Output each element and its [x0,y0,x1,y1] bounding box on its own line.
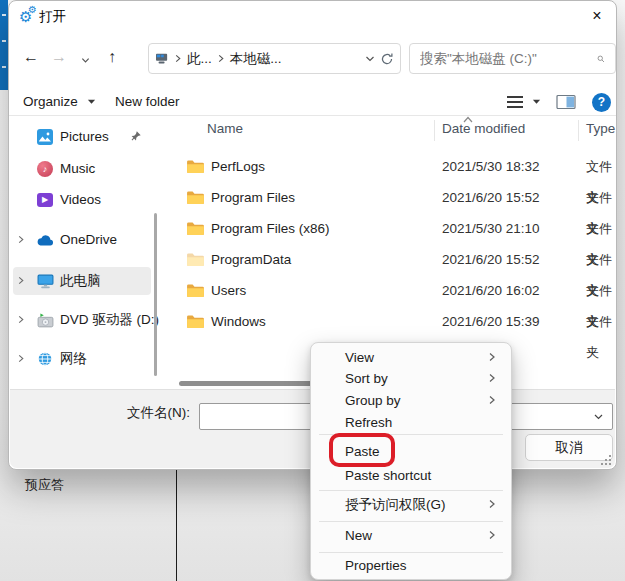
refresh-icon[interactable] [380,52,394,66]
preview-pane-icon [556,94,576,110]
menu-item-properties[interactable]: Properties [316,554,506,577]
chevron-right-icon [17,354,25,363]
sidebar-item-dvd-drive[interactable]: DVD 驱动器 (D:) [9,306,161,334]
preview-pane-button[interactable] [556,91,576,113]
background-caption: 预应答 [25,476,64,494]
folder-icon [186,314,205,329]
file-row-windows[interactable]: Windows 2021/6/20 15:39 文件夹 [169,306,616,337]
list-view-icon [507,96,523,108]
column-header-type[interactable]: Type [586,121,615,136]
sidebar-item-this-pc[interactable]: 此电脑 [13,267,151,295]
menu-item-paste-shortcut[interactable]: Paste shortcut [316,464,506,487]
screen: 预应答 ⚙⚙ 打开 × ← → ↑ [0,0,625,581]
folder-icon [186,159,205,174]
chevron-right-icon [17,235,25,244]
menu-item-group-by[interactable]: Group by [316,389,506,412]
folder-icon [186,190,205,205]
paste-highlight-annotation [329,433,395,467]
sidebar-item-pictures[interactable]: Pictures [9,123,161,151]
title-bar: ⚙⚙ 打开 × [9,1,616,31]
chevron-right-icon [488,373,496,383]
folder-icon [186,283,205,298]
address-bar[interactable]: 此... 本地磁... [148,43,401,74]
videos-icon: ▶ [36,191,54,209]
menu-item-view[interactable]: View [316,346,506,369]
gears-icon: ⚙⚙ [19,6,41,26]
pin-icon [129,130,142,143]
chevron-down-icon[interactable] [593,412,604,422]
column-header-date-modified[interactable]: Date modified [442,121,525,136]
menu-separator [319,521,503,522]
window-title: 打开 [39,8,66,26]
music-icon: ♪ [36,160,54,178]
help-icon: ? [592,93,611,112]
command-bar: Organize New folder ? [9,87,616,116]
file-row-program-files[interactable]: Program Files 2021/6/20 15:52 文件夹 [169,182,616,213]
folder-icon-hidden [186,252,205,267]
organize-button[interactable]: Organize [23,91,96,113]
address-dropdown-chevron-icon[interactable] [365,54,375,64]
file-row-users[interactable]: Users 2021/6/20 16:02 文件夹 [169,275,616,306]
search-input[interactable] [420,51,597,66]
chevron-down-icon [532,98,541,106]
resize-grip-icon[interactable] [598,452,611,465]
chevron-down-icon [87,98,96,106]
this-pc-icon [36,272,54,290]
menu-item-refresh[interactable]: Refresh [316,411,506,434]
file-row-perflogs[interactable]: PerfLogs 2021/5/30 18:32 文件夹 [169,151,616,182]
file-row-program-files-x86[interactable]: Program Files (x86) 2021/5/30 21:10 文件夹 [169,213,616,244]
chevron-right-icon [17,276,25,285]
new-folder-button[interactable]: New folder [115,91,180,113]
navigation-bar: ← → ↑ 此... 本地磁... [9,35,616,81]
file-row-programdata[interactable]: ProgramData 2021/6/20 15:52 文件夹 [169,244,616,275]
sidebar-item-music[interactable]: ♪ Music [9,155,161,183]
menu-separator [319,552,503,553]
sidebar-item-onedrive[interactable]: OneDrive [9,226,161,254]
background-divider-line [176,470,177,581]
dvd-drive-icon [36,311,54,329]
folder-icon [186,221,205,236]
breadcrumb-this-pc[interactable]: 此... [187,50,212,68]
column-divider[interactable] [434,120,435,141]
search-icon [597,52,605,66]
up-button[interactable]: ↑ [108,46,116,68]
network-icon [36,350,54,368]
menu-item-sort-by[interactable]: Sort by [316,367,506,390]
sidebar-item-network[interactable]: 网络 [9,345,161,373]
chevron-right-icon [488,352,496,362]
onedrive-icon [36,231,54,249]
context-menu: View Sort by Group by Refresh Paste Past… [310,342,512,580]
recent-locations-button[interactable] [81,49,90,71]
chevron-right-icon [488,395,496,405]
forward-button[interactable]: → [51,46,67,68]
view-mode-button[interactable] [507,91,541,113]
back-button[interactable]: ← [23,46,39,68]
menu-separator [319,490,503,491]
filename-label: 文件名(N): [70,404,190,422]
chevron-right-icon [488,499,496,509]
help-button[interactable]: ? [592,91,611,113]
column-divider[interactable] [578,120,579,141]
chevron-right-icon [217,54,225,63]
background-blue-strip [0,0,8,90]
chevron-down-icon [81,56,90,65]
list-header: Name Date modified Type [169,117,616,143]
menu-item-new[interactable]: New [316,524,506,547]
search-box [409,43,616,74]
pictures-icon [36,128,54,146]
sidebar-scrollbar[interactable] [154,213,157,376]
this-pc-small-icon [155,53,169,65]
column-header-name[interactable]: Name [207,121,243,136]
menu-item-give-access[interactable]: 授予访问权限(G) [316,493,506,516]
breadcrumb-local-disk[interactable]: 本地磁... [230,50,282,68]
chevron-right-icon [488,530,496,540]
sidebar-item-videos[interactable]: ▶ Videos [9,186,161,214]
close-button[interactable]: × [584,4,610,28]
chevron-right-icon [174,54,182,63]
chevron-right-icon [17,315,25,324]
